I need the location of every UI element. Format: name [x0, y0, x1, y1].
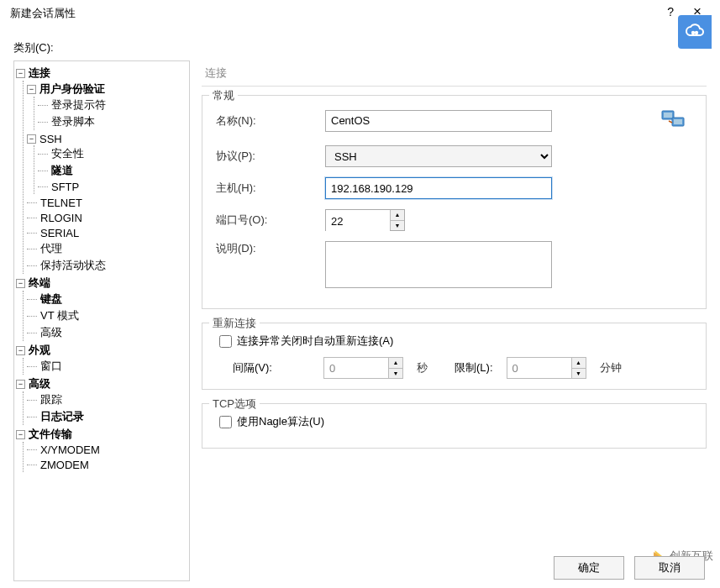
svg-point-1	[696, 32, 697, 34]
cancel-button[interactable]: 取消	[634, 556, 705, 580]
group-reconnect: 重新连接 连接异常关闭时自动重新连接(A) 间隔(V): ▲▼ 秒 限制(L):…	[202, 323, 707, 390]
auto-reconnect-label: 连接异常关闭时自动重新连接(A)	[237, 333, 393, 349]
tree-item-serial[interactable]: SERIAL	[40, 227, 79, 239]
limit-unit: 分钟	[600, 360, 622, 375]
name-label: 名称(N):	[216, 113, 325, 129]
spinner-up-icon[interactable]: ▲	[391, 210, 404, 221]
window-title: 新建会话属性	[10, 6, 76, 21]
tree-toggle-icon[interactable]: −	[16, 279, 25, 288]
tree-item-logging[interactable]: 日志记录	[40, 410, 84, 423]
spinner-down-icon[interactable]: ▼	[391, 221, 404, 231]
spinner-up-icon[interactable]: ▲	[572, 358, 586, 369]
tree-item-xymodem[interactable]: X/YMODEM	[40, 444, 100, 456]
tree-item-security[interactable]: 安全性	[51, 147, 84, 160]
host-input[interactable]	[325, 177, 552, 199]
desc-textarea[interactable]	[325, 241, 552, 288]
interval-input[interactable]	[324, 358, 388, 378]
tree-item-ssh[interactable]: SSH	[39, 133, 62, 145]
tree-item-zmodem[interactable]: ZMODEM	[40, 459, 89, 471]
tree-item-tunnel[interactable]: 隧道	[51, 164, 73, 176]
limit-spinner[interactable]: ▲▼	[507, 357, 586, 379]
tree-item-keyboard[interactable]: 键盘	[40, 292, 62, 305]
legend-general: 常规	[209, 88, 238, 103]
limit-label: 限制(L):	[455, 360, 493, 375]
group-tcp: TCP选项 使用Nagle算法(U)	[202, 403, 707, 449]
tree-item-telnet[interactable]: TELNET	[40, 197, 82, 209]
tree-item-login-prompt[interactable]: 登录提示符	[51, 98, 106, 111]
tree-item-terminal[interactable]: 终端	[29, 276, 50, 289]
tree-toggle-icon[interactable]: −	[27, 85, 36, 94]
tree-toggle-icon[interactable]: −	[16, 69, 25, 78]
tree-item-advanced[interactable]: 高级	[29, 377, 50, 390]
spinner-down-icon[interactable]: ▼	[389, 369, 402, 379]
name-input[interactable]	[325, 110, 552, 132]
tree-item-connection[interactable]: 连接	[29, 66, 50, 79]
ok-button[interactable]: 确定	[554, 556, 624, 580]
svg-rect-5	[674, 119, 682, 124]
dialog-buttons: 确定 取消	[554, 556, 705, 580]
port-label: 端口号(O):	[216, 213, 325, 228]
interval-label: 间隔(V):	[233, 360, 317, 375]
tree-item-filetransfer[interactable]: 文件传输	[29, 428, 72, 440]
tree-item-appearance[interactable]: 外观	[29, 344, 50, 356]
help-icon[interactable]: ?	[667, 5, 674, 18]
cloud-icon[interactable]	[678, 15, 712, 49]
tree-item-rlogin[interactable]: RLOGIN	[40, 212, 82, 224]
group-general: 常规 名称(N): 协议(P): SSH 主机(H): 端口号(O):	[202, 95, 707, 309]
tree-item-sftp[interactable]: SFTP	[51, 181, 79, 193]
protocol-select[interactable]: SSH	[325, 145, 552, 167]
host-label: 主机(H):	[216, 181, 325, 196]
interval-unit: 秒	[417, 360, 428, 375]
category-tree: −连接 −用户身份验证 登录提示符 登录脚本 −SSH 安全性 隧道 SFTP …	[13, 60, 190, 581]
legend-tcp: TCP选项	[209, 396, 260, 412]
tree-item-window[interactable]: 窗口	[40, 360, 62, 372]
tree-item-adv-term[interactable]: 高级	[40, 326, 62, 339]
protocol-label: 协议(P):	[216, 149, 325, 164]
category-label: 类别(C):	[0, 27, 720, 60]
spinner-up-icon[interactable]: ▲	[389, 358, 402, 369]
tree-toggle-icon[interactable]: −	[27, 134, 36, 144]
desc-label: 说明(D):	[216, 241, 325, 256]
svg-point-0	[692, 32, 694, 34]
interval-spinner[interactable]: ▲▼	[323, 357, 403, 379]
tree-toggle-icon[interactable]: −	[16, 346, 25, 355]
session-icon	[660, 106, 687, 135]
port-spinner[interactable]: ▲▼	[325, 209, 405, 231]
port-input[interactable]	[326, 210, 390, 232]
tree-toggle-icon[interactable]: −	[16, 380, 25, 389]
nagle-label: 使用Nagle算法(U)	[237, 414, 324, 429]
nagle-checkbox[interactable]	[219, 416, 232, 428]
tree-toggle-icon[interactable]: −	[16, 430, 25, 439]
spinner-down-icon[interactable]: ▼	[572, 369, 586, 379]
tree-item-login-script[interactable]: 登录脚本	[51, 115, 95, 128]
svg-rect-4	[664, 113, 672, 118]
tree-item-vt[interactable]: VT 模式	[40, 309, 79, 322]
auto-reconnect-checkbox[interactable]	[219, 335, 232, 348]
tree-item-proxy[interactable]: 代理	[40, 242, 62, 255]
limit-input[interactable]	[507, 358, 571, 378]
panel-header: 连接	[202, 60, 707, 87]
title-bar: 新建会话属性 ? ×	[0, 0, 720, 27]
tree-item-trace[interactable]: 跟踪	[40, 393, 62, 406]
tree-item-auth[interactable]: 用户身份验证	[39, 82, 105, 95]
legend-reconnect: 重新连接	[209, 316, 260, 331]
tree-item-keepalive[interactable]: 保持活动状态	[40, 259, 106, 271]
